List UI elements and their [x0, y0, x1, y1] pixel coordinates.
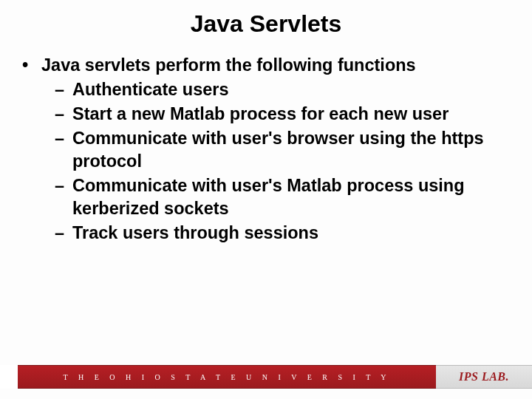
sub-item: – Communicate with user's browser using … [55, 127, 510, 173]
university-name: T H E O H I O S T A T E U N I V E R S I … [64, 373, 391, 381]
lab-name: IPS LAB. [459, 370, 509, 383]
footer-lab: IPS LAB. [436, 365, 532, 389]
sub-item: – Start a new Matlab process for each ne… [55, 103, 510, 126]
slide-body: • Java servlets perform the following fu… [22, 54, 510, 245]
dash-icon: – [55, 78, 72, 101]
sub-item: – Track users through sessions [55, 222, 510, 245]
dash-icon: – [55, 103, 72, 126]
slide: Java Servlets • Java servlets perform th… [0, 0, 532, 399]
dash-icon: – [55, 174, 72, 220]
bullet-icon: • [22, 54, 41, 77]
dash-icon: – [55, 127, 72, 173]
sub-text: Track users through sessions [72, 222, 510, 245]
footer-bar: T H E O H I O S T A T E U N I V E R S I … [0, 365, 532, 389]
sub-item: – Authenticate users [55, 78, 510, 101]
footer-university: T H E O H I O S T A T E U N I V E R S I … [18, 365, 436, 389]
slide-title: Java Servlets [22, 10, 510, 38]
sub-text: Start a new Matlab process for each new … [72, 103, 510, 126]
bullet-item: • Java servlets perform the following fu… [22, 54, 510, 77]
dash-icon: – [55, 222, 72, 245]
sub-text: Communicate with user's browser using th… [72, 127, 510, 173]
bullet-text: Java servlets perform the following func… [41, 54, 510, 77]
sub-text: Communicate with user's Matlab process u… [72, 174, 510, 220]
sub-text: Authenticate users [72, 78, 510, 101]
footer-spacer [0, 365, 18, 389]
sub-item: – Communicate with user's Matlab process… [55, 174, 510, 220]
